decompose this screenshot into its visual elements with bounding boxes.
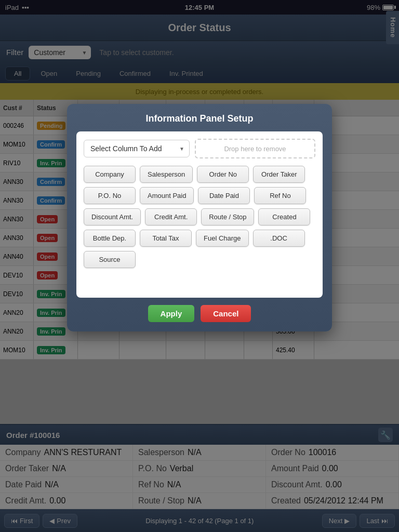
column-option-button[interactable]: Total Tax — [140, 230, 192, 247]
column-select-wrap[interactable]: Select Column To Add — [84, 140, 190, 157]
column-option-button[interactable]: Company — [84, 166, 136, 183]
modal-overlay: Information Panel Setup Select Column To… — [0, 0, 399, 532]
column-option-button[interactable]: Route / Stop — [201, 208, 254, 225]
column-option-button[interactable]: Ref No — [254, 187, 306, 204]
column-option-button[interactable]: Bottle Dep. — [84, 230, 136, 247]
apply-button[interactable]: Apply — [148, 305, 195, 322]
cancel-button[interactable]: Cancel — [201, 305, 251, 322]
column-option-button[interactable]: Fuel Charge — [196, 230, 249, 247]
column-buttons: CompanySalespersonOrder NoOrder TakerP.O… — [84, 166, 315, 268]
column-select-dropdown[interactable]: Select Column To Add — [84, 140, 190, 157]
drop-zone: Drop here to remove — [195, 139, 315, 158]
column-option-button[interactable]: Discount Amt. — [84, 208, 141, 225]
column-option-button[interactable]: Order Taker — [253, 166, 305, 183]
modal-top-row: Select Column To Add Drop here to remove — [84, 139, 315, 158]
modal-body: Select Column To Add Drop here to remove… — [76, 131, 323, 298]
information-panel-modal: Information Panel Setup Select Column To… — [67, 104, 332, 331]
column-option-button[interactable]: Date Paid — [198, 187, 250, 204]
column-option-button[interactable]: Amount Paid — [140, 187, 194, 204]
column-option-button[interactable]: Created — [258, 208, 310, 225]
column-option-button[interactable]: Credit Amt. — [145, 208, 197, 225]
modal-footer: Apply Cancel — [76, 305, 323, 322]
modal-title: Information Panel Setup — [76, 113, 323, 124]
column-option-button[interactable]: .DOC — [253, 230, 305, 247]
column-option-button[interactable]: Salesperson — [140, 166, 193, 183]
column-option-button[interactable]: Order No — [197, 166, 249, 183]
column-option-button[interactable]: Source — [84, 251, 136, 268]
column-option-button[interactable]: P.O. No — [84, 187, 136, 204]
